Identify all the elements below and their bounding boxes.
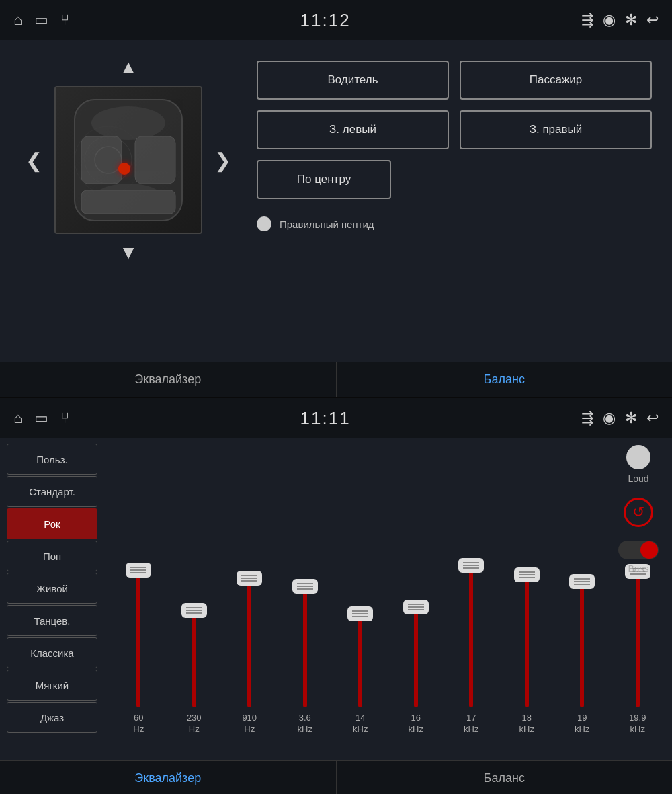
eq-slider-thumb-60[interactable] <box>126 563 151 578</box>
eq-preset-джаз[interactable]: Джаз <box>7 702 97 733</box>
home-icon[interactable]: ⌂ <box>13 11 22 29</box>
eq-right-controls: Loud ↺ Bass <box>612 438 665 574</box>
eq-slider-thumb-17[interactable] <box>458 558 484 573</box>
eq-preset-живой[interactable]: Живой <box>7 573 97 604</box>
seat-front-row: Водитель Пассажир <box>257 61 652 100</box>
svg-point-1 <box>91 106 165 140</box>
status-icons-right: ⇶ ◉ ✻ ↩ <box>581 11 659 29</box>
eq-preset-польз[interactable]: Польз. <box>7 444 97 475</box>
seat-center-row: По центру <box>257 160 652 199</box>
eq-usb-icon[interactable]: ⑂ <box>60 409 69 427</box>
car-interior-image <box>61 93 196 227</box>
eq-slider-thumb-16[interactable] <box>403 600 429 614</box>
eq-slider-track-910[interactable] <box>247 578 251 707</box>
status-icons-left: ⌂ ▭ ⑂ <box>13 11 69 29</box>
seat-position-buttons: Водитель Пассажир З. левый З. правый По … <box>257 54 652 336</box>
eq-slider-thumb-230[interactable] <box>181 603 207 618</box>
eq-preset-танцев[interactable]: Танцев. <box>7 605 97 636</box>
center-button[interactable]: По центру <box>257 160 391 199</box>
eq-band-60: 60Hz <box>111 526 167 754</box>
eq-slider-track-19.9[interactable] <box>636 571 640 707</box>
eq-freq-label-18: 18kHz <box>519 713 534 736</box>
cast-icon[interactable]: ⇶ <box>581 11 593 29</box>
usb-icon[interactable]: ⑂ <box>60 11 69 29</box>
eq-preset-классика[interactable]: Классика <box>7 637 97 668</box>
peptide-label: Правильный пептид <box>280 219 374 230</box>
eq-cast-icon[interactable]: ⇶ <box>581 409 593 427</box>
eq-band-17: 17kHz <box>444 526 499 754</box>
eq-slider-track-60[interactable] <box>136 570 140 707</box>
seat-down-button[interactable]: ▼ <box>112 239 144 266</box>
loud-label: Loud <box>628 473 648 484</box>
tv-icon[interactable]: ▭ <box>34 11 48 29</box>
rear-left-button[interactable]: З. левый <box>257 110 449 149</box>
tab-balance-top[interactable]: Баланс <box>337 362 673 397</box>
seat-content: ▲ ❮ <box>0 40 672 350</box>
reset-button[interactable]: ↺ <box>624 498 653 527</box>
eq-slider-track-14[interactable] <box>358 614 362 707</box>
eq-home-icon[interactable]: ⌂ <box>13 409 22 427</box>
tab-equalizer-bottom[interactable]: Эквалайзер <box>0 761 337 794</box>
passenger-button[interactable]: Пассажир <box>460 61 652 100</box>
eq-freq-label-14: 14kHz <box>353 713 368 736</box>
seat-image-box <box>54 86 202 234</box>
eq-main-area: 60Hz230Hz910Hz3.6kHz14kHz16kHz17kHz18kHz… <box>104 438 672 754</box>
seat-rear-row: З. левый З. правый <box>257 110 652 149</box>
eq-slider-track-19[interactable] <box>580 582 584 707</box>
bluetooth-icon[interactable]: ✻ <box>625 11 637 29</box>
eq-freq-label-60: 60Hz <box>133 713 144 736</box>
eq-status-icons-left: ⌂ ▭ ⑂ <box>13 409 69 427</box>
bass-area: Bass <box>618 541 659 574</box>
top-panel-tabs: Эквалайзер Баланс <box>0 362 672 397</box>
eq-slider-track-16[interactable] <box>414 607 418 707</box>
eq-freq-label-910: 910Hz <box>242 713 257 736</box>
eq-band-18: 18kHz <box>499 526 555 754</box>
svg-rect-4 <box>135 136 175 184</box>
bass-toggle[interactable] <box>618 541 659 559</box>
eq-slider-track-3.6[interactable] <box>303 586 307 707</box>
top-clock: 11:12 <box>300 10 351 31</box>
top-panel: ⌂ ▭ ⑂ 11:12 ⇶ ◉ ✻ ↩ ▲ ❮ <box>0 0 672 397</box>
eq-slider-thumb-910[interactable] <box>237 571 262 586</box>
eq-preset-мягкий[interactable]: Мягкий <box>7 670 97 701</box>
eq-panel-tabs: Эквалайзер Баланс <box>0 760 672 794</box>
rear-right-button[interactable]: З. правый <box>460 110 652 149</box>
loud-button[interactable] <box>626 445 650 469</box>
seat-image-background <box>56 87 201 233</box>
eq-preset-стандарт[interactable]: Стандарт. <box>7 476 97 507</box>
eq-tv-icon[interactable]: ▭ <box>34 409 48 427</box>
eq-slider-track-17[interactable] <box>469 565 473 707</box>
eq-freq-label-3.6: 3.6kHz <box>298 713 312 736</box>
seat-up-button[interactable]: ▲ <box>112 54 144 81</box>
seat-left-button[interactable]: ❮ <box>20 146 48 175</box>
eq-bluetooth-icon[interactable]: ✻ <box>625 409 637 427</box>
loud-area: Loud <box>626 445 650 484</box>
eq-location-icon[interactable]: ◉ <box>603 409 616 427</box>
eq-slider-thumb-14[interactable] <box>347 606 373 621</box>
seat-right-button[interactable]: ❯ <box>209 146 237 175</box>
peptide-indicator <box>257 216 271 231</box>
eq-preset-поп[interactable]: Поп <box>7 541 97 571</box>
seat-image-row: ❮ <box>20 86 237 234</box>
tab-equalizer-top[interactable]: Эквалайзер <box>0 362 337 397</box>
tab-balance-bottom[interactable]: Баланс <box>337 761 673 794</box>
eq-band-230: 230Hz <box>167 526 222 754</box>
eq-band-16: 16kHz <box>388 526 444 754</box>
svg-rect-5 <box>81 190 175 214</box>
eq-band-19: 19kHz <box>554 526 610 754</box>
location-icon[interactable]: ◉ <box>603 11 616 29</box>
eq-slider-thumb-19[interactable] <box>569 574 595 589</box>
eq-back-icon[interactable]: ↩ <box>646 409 659 427</box>
eq-slider-thumb-18[interactable] <box>514 567 540 582</box>
eq-presets-sidebar: Польз.Стандарт.РокПопЖивойТанцев.Классик… <box>0 438 104 754</box>
eq-preset-рок[interactable]: Рок <box>7 508 97 539</box>
peptide-area: Правильный пептид <box>257 216 652 231</box>
back-icon[interactable]: ↩ <box>646 11 659 29</box>
eq-freq-label-16: 16kHz <box>409 713 423 736</box>
eq-band-14: 14kHz <box>333 526 388 754</box>
driver-button[interactable]: Водитель <box>257 61 449 100</box>
eq-slider-thumb-3.6[interactable] <box>292 579 318 594</box>
eq-slider-track-230[interactable] <box>192 610 196 707</box>
eq-freq-label-19.9: 19.9kHz <box>629 713 646 736</box>
eq-slider-track-18[interactable] <box>525 575 529 707</box>
